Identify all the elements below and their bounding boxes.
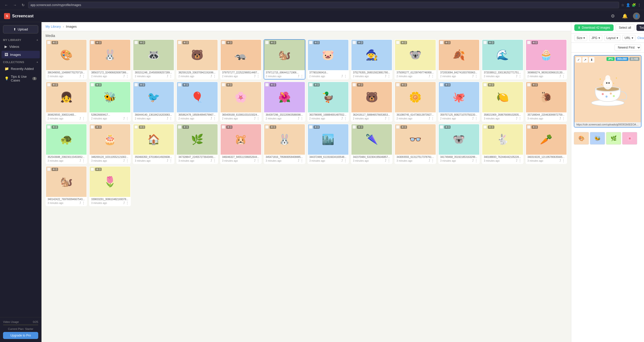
url-filter[interactable]: URL ▾ — [622, 35, 635, 41]
image-card[interactable]: 🌼 👁 0 361080745_614736013973927... 2 min… — [394, 81, 436, 122]
preview-external-link[interactable]: ↗ — [582, 57, 588, 63]
image-card[interactable]: 🎨 👁 0 386349093_104999770270719... 2 min… — [46, 39, 87, 79]
panel-thumb[interactable]: 🐝 — [590, 132, 605, 145]
image-card[interactable]: 🐰 👁 0 345471816_795869058408885... 3 min… — [264, 124, 305, 164]
share-icon[interactable]: ⤴ — [211, 117, 212, 120]
sidebar-item-tips[interactable]: 💡 Tips & Use Cases 5 — [2, 73, 40, 84]
preview-download[interactable]: ⬇ — [589, 57, 594, 63]
card-checkbox[interactable] — [178, 125, 181, 129]
more-icon[interactable]: ⋮ — [387, 159, 390, 162]
more-icon[interactable]: ⋮ — [562, 74, 565, 78]
share-icon[interactable]: ⤴ — [79, 159, 81, 162]
more-icon[interactable]: ⋮ — [475, 117, 478, 120]
card-checkbox[interactable] — [396, 125, 399, 129]
upload-button[interactable]: ⬆ Upload — [3, 25, 38, 33]
share-icon[interactable]: ⤴ — [123, 117, 125, 120]
share-icon[interactable]: ⤴ — [341, 117, 343, 120]
image-card[interactable]: 🐇 👁 0 340188693_762446442105228... 3 min… — [482, 124, 523, 164]
more-icon[interactable]: ⋮ — [213, 74, 216, 78]
more-icon[interactable]: ⋮ — [518, 117, 521, 120]
card-checkbox[interactable] — [352, 125, 356, 129]
image-card[interactable]: 🐹 👁 0 346046327_945511596652644... 3 min… — [220, 124, 262, 164]
preview-checkbox[interactable]: ✓ — [576, 57, 581, 63]
card-checkbox[interactable] — [309, 125, 312, 129]
select-all-button[interactable]: Select all — [616, 24, 634, 31]
share-icon[interactable]: ⤴ — [79, 74, 81, 78]
more-icon[interactable]: ⋮ — [126, 117, 129, 120]
share-icon[interactable]: ⤴ — [123, 159, 125, 162]
card-checkbox[interactable] — [483, 41, 487, 44]
card-checkbox[interactable] — [483, 83, 487, 87]
card-checkbox[interactable] — [91, 167, 94, 171]
image-card[interactable]: 🎂 👁 0 348269120_103110552121002... 3 min… — [89, 124, 131, 164]
share-icon[interactable]: ⤴ — [385, 74, 386, 78]
image-card[interactable]: 👧 👁 0 369829593_306531465... 2 minutes a… — [46, 81, 87, 122]
share-icon[interactable]: ⤴ — [79, 117, 81, 120]
card-checkbox[interactable] — [265, 41, 269, 44]
more-icon[interactable]: ⋮ — [126, 201, 129, 205]
more-icon[interactable]: ⋮ — [431, 74, 434, 78]
card-checkbox[interactable] — [134, 83, 138, 87]
more-icon[interactable]: ⋮ — [257, 74, 260, 78]
image-card[interactable]: 🍂 👁 0 372053084_842741003765963... 2 min… — [438, 39, 480, 79]
share-icon[interactable]: ⤴ — [341, 74, 343, 78]
share-icon[interactable]: ⤴ — [385, 159, 386, 162]
more-icon[interactable]: ⋮ — [518, 159, 521, 162]
more-icon[interactable]: ⋮ — [257, 117, 260, 120]
image-card[interactable]: 🐨 👁 0 375095277_612397497746958... 2 min… — [394, 39, 436, 79]
share-icon[interactable]: ⤴ — [429, 117, 430, 120]
more-icon[interactable]: ⋮ — [344, 74, 347, 78]
user-avatar[interactable]: 👤 — [633, 13, 640, 20]
image-card[interactable]: 🐿️ 👁 0 340142422_769760094667543... 3 mi… — [46, 166, 87, 206]
more-icon[interactable]: ⋮ — [562, 117, 565, 120]
card-checkbox[interactable] — [440, 125, 443, 129]
image-card[interactable]: 🦡 👁 0 379757177_222522990514487... 2 min… — [220, 39, 262, 79]
share-icon[interactable]: ⤴ — [254, 74, 256, 78]
card-checkbox[interactable] — [91, 83, 94, 87]
extension-icon[interactable]: 🧩 — [632, 3, 636, 7]
share-icon[interactable]: ⤴ — [516, 74, 517, 78]
share-icon[interactable]: ⤴ — [254, 159, 256, 162]
card-checkbox[interactable] — [309, 41, 312, 44]
card-checkbox[interactable] — [440, 41, 443, 44]
share-icon[interactable]: ⤴ — [167, 159, 168, 162]
share-icon[interactable]: ⤴ — [472, 117, 474, 120]
image-card[interactable]: 🐨 👁 0 341749468_351921853163299... 3 min… — [438, 124, 480, 164]
card-checkbox[interactable] — [527, 41, 531, 44]
card-checkbox[interactable] — [178, 41, 181, 44]
card-checkbox[interactable] — [352, 83, 356, 87]
card-checkbox[interactable] — [352, 41, 356, 44]
clear-button[interactable]: Clear — [637, 36, 644, 40]
panel-thumb[interactable]: 🌸 — [622, 132, 637, 145]
more-icon[interactable]: ⋮ — [431, 117, 434, 120]
menu-icon[interactable]: ⋮ — [637, 3, 641, 7]
image-grid-container[interactable]: 🎨 👁 0 386349093_104999770270719... 2 min… — [42, 39, 571, 342]
image-card[interactable]: 🌺 👁 0 364397296_202220903588098... 2 min… — [264, 81, 305, 122]
image-card[interactable]: 👓 👁 0 343093555_613127517378761_1... 3 m… — [394, 124, 436, 164]
card-checkbox[interactable] — [265, 83, 269, 87]
card-checkbox[interactable] — [134, 41, 138, 44]
image-card[interactable]: 🎈 👁 0 365862478_185064994579967... 2 min… — [176, 81, 218, 122]
share-icon[interactable]: ⤴ — [516, 117, 517, 120]
forward-button[interactable]: → — [12, 3, 18, 8]
panel-thumb[interactable]: 🌿 — [606, 132, 621, 145]
more-icon[interactable]: ⋮ — [169, 117, 172, 120]
image-card[interactable]: 🌊 👁 0 372038912_330136252771751... 2 min… — [482, 39, 523, 79]
download-button[interactable]: ⬇ Download 42 images — [574, 24, 614, 31]
image-card[interactable]: 🌂 👁 0 342370484_532304195646857... 3 min… — [351, 124, 392, 164]
more-icon[interactable]: ⋮ — [431, 159, 434, 162]
size-filter[interactable]: Size ▾ — [574, 35, 587, 41]
share-icon[interactable]: ⤴ — [123, 74, 125, 78]
profile-icon[interactable]: 👤 — [626, 3, 630, 7]
image-card[interactable]: 🌸 👁 0 365409168_610061031015024... 2 min… — [220, 81, 262, 122]
image-card[interactable]: 🐷 👁 0 377801060416... 2 minutes ago ⤴ ⋮ — [307, 39, 349, 79]
more-icon[interactable]: ⋮ — [562, 159, 565, 162]
card-checkbox[interactable] — [222, 41, 225, 44]
image-card[interactable]: 🐌 👁 0 357188044_220463099972759... 3 min… — [526, 81, 567, 122]
share-icon[interactable]: ⤴ — [472, 74, 474, 78]
more-icon[interactable]: ⋮ — [169, 159, 172, 162]
more-icon[interactable]: ⋮ — [257, 159, 260, 162]
image-card[interactable]: 🦝 👁 0 383151248_154500008257289... 2 min… — [133, 39, 174, 79]
share-icon[interactable]: ⤴ — [123, 201, 125, 205]
card-checkbox[interactable] — [222, 125, 225, 129]
